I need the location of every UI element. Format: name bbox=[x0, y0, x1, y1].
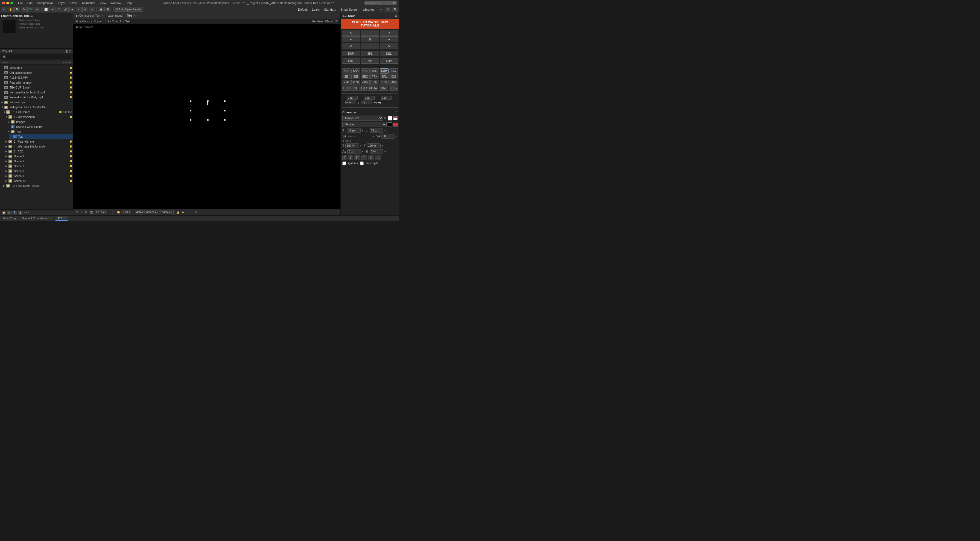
btn-cam[interactable]: CAM bbox=[380, 68, 389, 73]
pos-x3-input[interactable] bbox=[380, 96, 391, 100]
maximize-button[interactable] bbox=[10, 2, 13, 4]
breadcrumb-finalcomp[interactable]: Final Comp bbox=[75, 20, 89, 23]
list-item-scene10[interactable]: ▶ 📁 Scene 10 bbox=[5, 178, 73, 183]
btn-sha[interactable]: SHA bbox=[352, 68, 360, 73]
tool-rotate[interactable]: ↻ bbox=[21, 7, 27, 12]
viewer-lock-btn[interactable]: 🔒 bbox=[175, 210, 180, 214]
click-to-watch-banner[interactable]: CLICK TO WATCH NEW TUTORIALS bbox=[341, 19, 399, 29]
list-item-scene1[interactable]: C Scene 1 Color Control bbox=[6, 124, 73, 129]
transform-handle-mr[interactable] bbox=[224, 110, 226, 111]
font-color-swatch2[interactable] bbox=[393, 116, 398, 120]
tl-tab-close1[interactable]: ✕ bbox=[51, 217, 53, 220]
btn-plus5f[interactable]: +5F bbox=[342, 80, 351, 85]
menu-edit[interactable]: Edit bbox=[26, 1, 34, 5]
tool-brush[interactable]: 🖌 bbox=[63, 7, 68, 12]
ligatures-checkbox[interactable]: Ligatures bbox=[342, 162, 358, 165]
btn-eei[interactable]: EEI bbox=[352, 74, 360, 79]
baseline-input[interactable] bbox=[347, 149, 361, 154]
close-button[interactable] bbox=[2, 2, 5, 4]
workspace-learn[interactable]: Learn bbox=[310, 7, 321, 12]
leading-input[interactable] bbox=[370, 128, 383, 133]
viewer-region-btn[interactable]: ⬚ bbox=[111, 210, 115, 214]
format-smallcaps[interactable]: Tt bbox=[361, 155, 367, 160]
btn-adj[interactable]: ADJ bbox=[370, 68, 379, 73]
format-allcaps[interactable]: TT bbox=[354, 155, 360, 160]
arrow-btn-nw[interactable]: ↖ bbox=[342, 30, 360, 36]
format-bold[interactable]: T bbox=[342, 155, 347, 160]
list-item-scene9[interactable]: ▶ 📁 Scene 9 bbox=[5, 173, 73, 178]
tool-camera[interactable]: 📷 bbox=[27, 7, 33, 12]
btn-minus5f[interactable]: -5F bbox=[370, 80, 379, 85]
tab-composition-text[interactable]: ◧ Composition Text ✕ bbox=[75, 14, 105, 18]
btn-dis[interactable]: DIS bbox=[389, 74, 398, 79]
char-menu[interactable]: ☰ bbox=[395, 111, 398, 114]
arrow-btn-n[interactable]: ↑ bbox=[361, 30, 379, 36]
tool-hand[interactable]: ✋ bbox=[8, 7, 14, 12]
list-item[interactable]: 🎬 we make this for Molly 2.mp4 bbox=[0, 90, 73, 95]
hindi-digits-checkbox[interactable]: Hindi Digits bbox=[360, 162, 379, 165]
viewer-snapshot-btn[interactable]: 📷 bbox=[89, 210, 94, 214]
list-item-finalcomp[interactable]: ▶ 📁 02. Final Comp Render bbox=[2, 183, 73, 188]
viewer-info-btn[interactable]: ℹ bbox=[80, 210, 83, 214]
pos-x2-input[interactable] bbox=[364, 96, 375, 100]
tool-extra2[interactable]: ☰ bbox=[105, 7, 110, 12]
btn-curv[interactable]: CURV bbox=[389, 86, 398, 91]
transform-handle-ml[interactable] bbox=[190, 110, 191, 111]
list-item-text-folder[interactable]: ▼ 📁 Text bbox=[6, 129, 73, 134]
menu-effect[interactable]: Effect bbox=[68, 1, 79, 5]
search-input[interactable] bbox=[364, 1, 397, 5]
btn-glow[interactable]: GLOW bbox=[368, 86, 378, 91]
tab-close-active[interactable]: ✕ bbox=[134, 14, 135, 17]
btn-plus10f[interactable]: +10F bbox=[352, 80, 360, 85]
list-item-instagram[interactable]: ▼ 📁 Instagram Stories Cocktail Bar bbox=[0, 105, 73, 109]
panel-menu-icon[interactable]: ☰ bbox=[30, 14, 33, 17]
font-select[interactable]: AlwaysHere bbox=[342, 116, 383, 121]
btn-pre[interactable]: PRE bbox=[342, 59, 360, 63]
viewer-render-btn[interactable]: ▶ bbox=[181, 210, 185, 214]
workspace-standard[interactable]: Standard bbox=[322, 7, 338, 12]
tl-tab-finalcomp[interactable]: Final Comp bbox=[1, 216, 19, 221]
btn-minus10f[interactable]: -10F bbox=[380, 80, 389, 85]
btn-lig[interactable]: LIG bbox=[389, 68, 398, 73]
tl-tab-text[interactable]: Text ✕ bbox=[56, 216, 68, 221]
list-item-scene7[interactable]: ▶ 📁 Scene 7 bbox=[5, 163, 73, 168]
pos-y1-input[interactable] bbox=[345, 100, 356, 105]
tsume-input[interactable] bbox=[370, 149, 383, 154]
list-item-scene3[interactable]: ▶ 📁 Scene 3 bbox=[5, 154, 73, 159]
list-item-pear[interactable]: ▶ 📁 2 - Pear with me bbox=[5, 139, 73, 144]
breadcrumb-text[interactable]: Text bbox=[125, 20, 130, 23]
btn-nul[interactable]: NUL bbox=[361, 68, 370, 73]
tab-text-active[interactable]: Text ✕ bbox=[125, 14, 137, 18]
transform-handle-bm[interactable] bbox=[207, 119, 208, 121]
width-input[interactable] bbox=[345, 143, 359, 148]
list-item[interactable]: 🎬 We make this for Molly.mp4 bbox=[0, 95, 73, 100]
btn-ramp[interactable]: RAMP bbox=[379, 86, 388, 91]
list-item[interactable]: 🎬 TEA CUP_1.mp4 bbox=[0, 85, 73, 90]
btn-trl[interactable]: TRL bbox=[380, 74, 389, 79]
viewer-preview-btn[interactable]: ⊟ bbox=[75, 210, 79, 214]
tool-roto[interactable]: ⊙ bbox=[82, 7, 88, 12]
height-input[interactable] bbox=[367, 143, 380, 148]
stroke-swatch[interactable] bbox=[393, 123, 398, 127]
list-item-images[interactable]: ▶ 📁 Images bbox=[6, 119, 73, 124]
arrow-btn-sw[interactable]: ↙ bbox=[342, 43, 360, 49]
transform-handle-tr[interactable] bbox=[224, 100, 226, 102]
list-item[interactable]: 🎬 Molly.mp4 bbox=[0, 65, 73, 70]
btn-dup[interactable]: DUP bbox=[342, 51, 360, 56]
list-item-scene6[interactable]: ▶ 📁 Scene 6 bbox=[5, 159, 73, 163]
btn-trk[interactable]: TRK bbox=[370, 74, 379, 79]
breadcrumb-scene1[interactable]: Scene 1 Color Control bbox=[94, 20, 121, 23]
tool-puppet[interactable]: ⊛ bbox=[89, 7, 95, 12]
btn-blur[interactable]: BLUR bbox=[359, 86, 368, 91]
format-italic[interactable]: T bbox=[348, 155, 353, 160]
tool-pan[interactable]: ⊕ bbox=[34, 7, 40, 12]
tab-layer-none[interactable]: Layer (none) bbox=[106, 14, 125, 18]
font-size-input[interactable] bbox=[347, 128, 361, 133]
tool-zoom[interactable]: 🔍 bbox=[14, 7, 20, 12]
menu-file[interactable]: File bbox=[16, 1, 25, 5]
ligatures-check[interactable] bbox=[342, 162, 346, 165]
menu-composition[interactable]: Composition bbox=[35, 1, 55, 5]
arrow-btn-ne[interactable]: ↗ bbox=[380, 30, 398, 36]
pos-x1-input[interactable] bbox=[347, 96, 358, 100]
anchor-point[interactable] bbox=[205, 100, 210, 106]
